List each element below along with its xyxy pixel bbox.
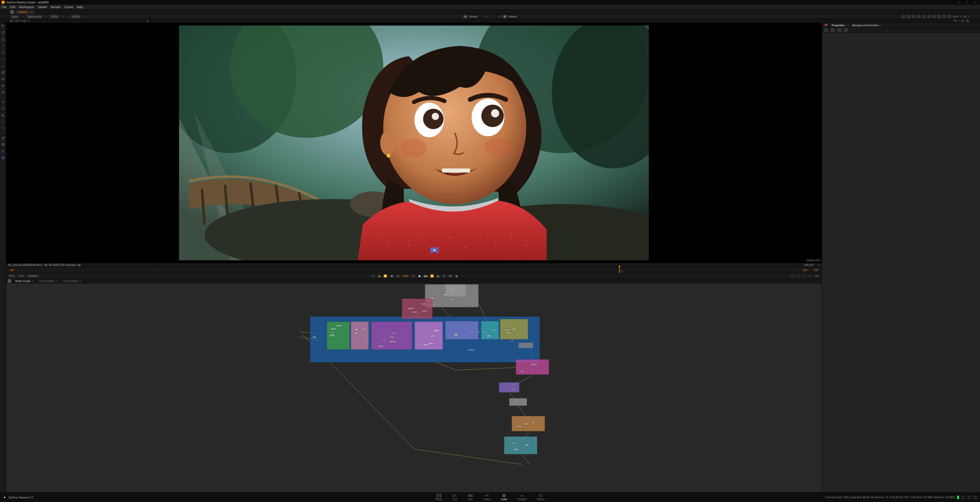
playback-fwd-one-button[interactable]: ▷ — [411, 274, 416, 278]
graph-node[interactable] — [407, 307, 414, 310]
playback-lock-icon[interactable] — [802, 274, 806, 278]
viewer-roi-icon[interactable] — [922, 15, 926, 18]
page-color[interactable]: Color — [501, 494, 507, 501]
node-backdrop[interactable] — [504, 437, 537, 454]
graph-node[interactable] — [503, 329, 511, 331]
viewer-info-dropdown-icon[interactable]: ▾ — [818, 264, 819, 267]
graph-node[interactable] — [517, 426, 522, 427]
page-cut[interactable]: Cut — [452, 494, 458, 501]
tool-circle-icon[interactable] — [1, 51, 5, 55]
tool-wand-icon[interactable] — [1, 44, 5, 48]
wipe-b-label[interactable]: B — [502, 15, 507, 18]
playback-last-button[interactable]: ⏭ — [436, 274, 441, 278]
menu-viewer[interactable]: Viewer — [38, 5, 47, 9]
playback-prev-key-button[interactable]: ⏪ — [383, 274, 388, 278]
tool-histogram-icon[interactable] — [1, 113, 5, 117]
menu-help[interactable]: Help — [76, 5, 83, 9]
frame-first-button[interactable]: ◂ — [10, 19, 13, 22]
tool-refresh-icon[interactable] — [1, 126, 5, 130]
playback-bounce-button[interactable]: ⇄ — [448, 274, 453, 278]
graph-node[interactable] — [491, 329, 496, 331]
viewer-pause-icon[interactable] — [948, 15, 951, 18]
prop-icon-2[interactable] — [830, 28, 835, 32]
playback-back-one-button[interactable]: ◁ — [395, 274, 400, 278]
tool-crop-icon[interactable] — [1, 37, 5, 41]
graph-node[interactable] — [421, 310, 427, 312]
tool-add-icon[interactable] — [1, 77, 5, 81]
menu-file[interactable]: File — [2, 5, 6, 9]
viewer-grid1-icon[interactable] — [907, 15, 910, 18]
tab-background-renders[interactable]: Background Renders× — [851, 23, 883, 27]
graph-node[interactable] — [525, 443, 529, 446]
menu-render[interactable]: Render — [51, 5, 60, 9]
timebar-in-frame[interactable]: 109 — [6, 269, 18, 272]
page-deliver[interactable]: Deliver — [537, 494, 545, 501]
viewer-close-icon[interactable]: ✕ — [966, 19, 970, 23]
menu-cache[interactable]: Cache — [64, 5, 73, 9]
timebar-out-frame[interactable]: 334 — [810, 269, 822, 272]
viewer-grid2-icon[interactable] — [912, 15, 915, 18]
viewer-layout-icon[interactable] — [902, 15, 905, 18]
colorspace-view-dropdown[interactable]: sRGB — [70, 14, 81, 19]
graph-node[interactable] — [355, 328, 359, 331]
viewer-maximize-icon[interactable] — [961, 19, 965, 23]
graph-node[interactable] — [429, 335, 436, 337]
viewer-frame-scrub[interactable] — [31, 20, 803, 22]
viewer-panel[interactable]: (2048x1024) — [6, 23, 822, 263]
graph-node[interactable] — [520, 370, 524, 372]
playback-first-button[interactable]: ⏮ — [377, 274, 382, 278]
viewer-gamma-icon[interactable] — [942, 15, 946, 18]
playback-play-button[interactable]: ▶ — [417, 274, 422, 278]
viewer-mode-2d[interactable]: 2D — [953, 19, 957, 22]
tool-bezier-icon[interactable] — [1, 57, 5, 61]
tool-globe-icon[interactable] — [1, 142, 5, 146]
graph-node[interactable] — [411, 311, 418, 313]
graph-node[interactable] — [524, 423, 528, 425]
script-icon[interactable] — [10, 10, 14, 14]
settings-icon[interactable] — [967, 496, 971, 499]
playback-current-frame[interactable]: 109 — [401, 274, 410, 278]
graph-node[interactable] — [468, 349, 474, 351]
menu-edit[interactable]: Edit — [10, 5, 15, 9]
graph-node[interactable] — [450, 299, 455, 301]
graph-node[interactable] — [511, 443, 516, 444]
viewer-snap-icon[interactable] — [949, 19, 952, 22]
graph-node[interactable] — [389, 340, 396, 343]
prop-icon-3[interactable] — [837, 28, 842, 32]
graph-node[interactable] — [331, 327, 337, 330]
page-fusion[interactable]: Fusion — [483, 494, 491, 501]
node-backdrop[interactable] — [519, 343, 533, 348]
node-editor-icon[interactable] — [8, 279, 11, 283]
graph-node[interactable] — [513, 448, 519, 451]
graph-node[interactable] — [362, 328, 366, 330]
playback-step-fwd-button[interactable]: ▶▶ — [423, 274, 428, 278]
resolve-logo-icon[interactable] — [3, 496, 6, 499]
tab-curve-editor[interactable]: Curve Editor× — [37, 279, 61, 283]
timebar-current-frame[interactable]: 224 — [799, 269, 810, 272]
fullscreen-icon[interactable] — [974, 496, 977, 499]
tool-info-icon[interactable] — [1, 106, 5, 111]
page-edit[interactable]: Edit — [468, 494, 473, 501]
graph-node[interactable] — [510, 340, 514, 342]
graph-node[interactable] — [428, 342, 433, 345]
playback-record-button[interactable]: ○ — [371, 274, 375, 278]
graph-node[interactable] — [534, 364, 538, 365]
graph-node[interactable] — [329, 334, 335, 337]
node-graph-panel[interactable] — [6, 283, 822, 492]
graph-node[interactable] — [312, 336, 317, 339]
page-media[interactable]: Media — [435, 494, 442, 501]
tool-waveform-icon[interactable] — [1, 120, 5, 124]
graph-node[interactable] — [390, 336, 395, 338]
wipe-a-node[interactable]: Write4 — [469, 15, 485, 18]
graph-node[interactable] — [443, 293, 449, 295]
wipe-b-node[interactable]: Write4 — [509, 15, 524, 18]
graph-node[interactable] — [512, 328, 516, 330]
graph-node[interactable] — [336, 324, 343, 327]
node-backdrop[interactable] — [509, 398, 527, 406]
right-panel-pin-icon[interactable]: 📌 — [824, 24, 827, 27]
page-fairlight[interactable]: Fairlight — [517, 494, 527, 501]
node-backdrop[interactable] — [512, 416, 545, 431]
tool-rectangle-icon[interactable] — [1, 31, 5, 35]
menu-workspace[interactable]: Workspace — [19, 5, 34, 9]
playback-loop-button[interactable]: ↻ — [442, 274, 447, 278]
